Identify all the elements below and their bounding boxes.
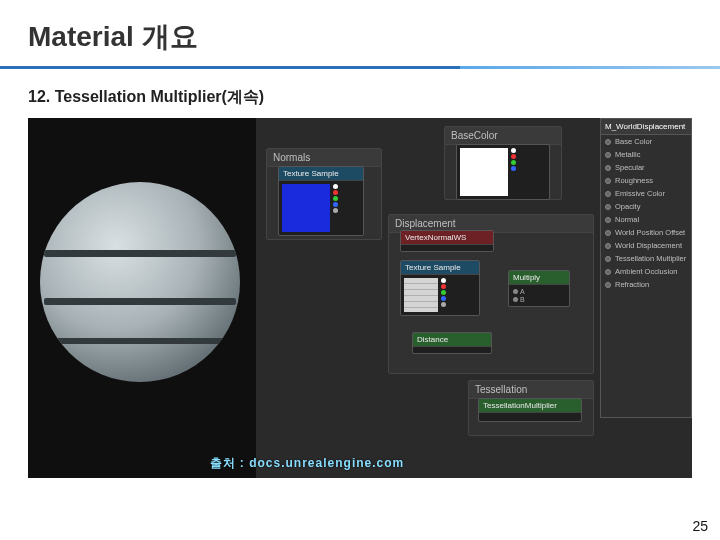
output-pin-label: Metallic — [615, 150, 640, 159]
output-pin-label: Refraction — [615, 280, 649, 289]
texture-thumb-normal — [282, 184, 330, 232]
node-header: TessellationMultiplier — [479, 399, 581, 413]
output-pin-row[interactable]: World Displacement — [601, 239, 691, 252]
pin-b-icon[interactable] — [511, 166, 516, 171]
node-texture-sample-basecolor[interactable] — [456, 144, 550, 200]
sphere-crack — [44, 298, 236, 305]
output-pin-label: Ambient Occlusion — [615, 267, 678, 276]
node-tessellation-multiplier[interactable]: TessellationMultiplier — [478, 398, 582, 422]
group-label: Tessellation — [469, 381, 593, 399]
output-pin-icon[interactable] — [605, 230, 611, 236]
output-pin-icon[interactable] — [605, 204, 611, 210]
sphere-crack — [44, 338, 236, 344]
output-pin-row[interactable]: Refraction — [601, 278, 691, 291]
sphere-crack — [44, 250, 236, 257]
pin-r-icon[interactable] — [333, 190, 338, 195]
material-editor: Normals Texture Sample BaseColor — [28, 118, 692, 478]
pin-a-icon[interactable] — [441, 302, 446, 307]
output-pin-icon[interactable] — [605, 178, 611, 184]
node-graph[interactable]: Normals Texture Sample BaseColor — [256, 118, 692, 478]
output-pin-label: World Displacement — [615, 241, 682, 250]
node-texture-sample-disp[interactable]: Texture Sample — [400, 260, 480, 316]
pin-a-icon[interactable] — [333, 208, 338, 213]
node-header: Texture Sample — [401, 261, 479, 275]
pin-rgb-icon[interactable] — [333, 184, 338, 189]
preview-viewport[interactable] — [28, 118, 256, 478]
output-pin-row[interactable]: Base Color — [601, 135, 691, 148]
group-label: BaseColor — [445, 127, 561, 145]
output-pin-label: Opacity — [615, 202, 640, 211]
pin-in-icon[interactable] — [513, 289, 518, 294]
output-pin-label: Emissive Color — [615, 189, 665, 198]
node-distance[interactable]: Distance — [412, 332, 492, 354]
slide-title-text: Material 개요 — [28, 21, 198, 52]
output-pin-icon[interactable] — [605, 165, 611, 171]
texture-thumb-brick — [404, 278, 438, 312]
texture-thumb-white — [460, 148, 508, 196]
output-pin-row[interactable]: Opacity — [601, 200, 691, 213]
output-pin-label: World Position Offset — [615, 228, 685, 237]
pin-r-icon[interactable] — [441, 284, 446, 289]
node-texture-sample-normals[interactable]: Texture Sample — [278, 166, 364, 236]
output-pin-label: Base Color — [615, 137, 652, 146]
pin-g-icon[interactable] — [333, 196, 338, 201]
slide-title: Material 개요 — [0, 0, 720, 69]
output-pin-icon[interactable] — [605, 243, 611, 249]
node-header: Distance — [413, 333, 491, 347]
output-pin-icon[interactable] — [605, 191, 611, 197]
output-pin-icon[interactable] — [605, 152, 611, 158]
output-pin-label: Tessellation Multiplier — [615, 254, 686, 263]
node-header: Texture Sample — [279, 167, 363, 181]
node-header: VertexNormalWS — [401, 231, 493, 245]
output-pin-row[interactable]: Normal — [601, 213, 691, 226]
pin-g-icon[interactable] — [511, 160, 516, 165]
group-label: Normals — [267, 149, 381, 167]
output-pin-icon[interactable] — [605, 139, 611, 145]
pin-g-icon[interactable] — [441, 290, 446, 295]
output-pin-row[interactable]: Metallic — [601, 148, 691, 161]
slide-subtitle: 12. Tessellation Multiplier(계속) — [0, 69, 720, 120]
output-pin-row[interactable]: Emissive Color — [601, 187, 691, 200]
preview-sphere — [40, 182, 240, 382]
output-title: M_WorldDisplacement — [601, 119, 691, 135]
output-pin-icon[interactable] — [605, 282, 611, 288]
node-header: Multiply — [509, 271, 569, 285]
pin-b-icon[interactable] — [441, 296, 446, 301]
title-accent — [460, 66, 720, 69]
output-pin-row[interactable]: Specular — [601, 161, 691, 174]
node-vertex-normal-ws[interactable]: VertexNormalWS — [400, 230, 494, 252]
source-attribution: 출처 : docs.unrealengine.com — [210, 455, 405, 472]
pin-rgb-icon[interactable] — [441, 278, 446, 283]
node-multiply[interactable]: Multiply A B — [508, 270, 570, 307]
pin-b-icon[interactable] — [333, 202, 338, 207]
output-pin-row[interactable]: Roughness — [601, 174, 691, 187]
output-pin-row[interactable]: Ambient Occlusion — [601, 265, 691, 278]
material-output-panel[interactable]: M_WorldDisplacement Base ColorMetallicSp… — [600, 118, 692, 418]
output-pin-icon[interactable] — [605, 217, 611, 223]
output-pin-icon[interactable] — [605, 256, 611, 262]
output-pin-row[interactable]: World Position Offset — [601, 226, 691, 239]
output-pin-row[interactable]: Tessellation Multiplier — [601, 252, 691, 265]
output-pin-icon[interactable] — [605, 269, 611, 275]
pin-r-icon[interactable] — [511, 154, 516, 159]
page-number: 25 — [692, 518, 708, 534]
output-pin-label: Specular — [615, 163, 645, 172]
output-pin-label: Roughness — [615, 176, 653, 185]
output-pin-label: Normal — [615, 215, 639, 224]
pin-rgb-icon[interactable] — [511, 148, 516, 153]
pin-in-icon[interactable] — [513, 297, 518, 302]
